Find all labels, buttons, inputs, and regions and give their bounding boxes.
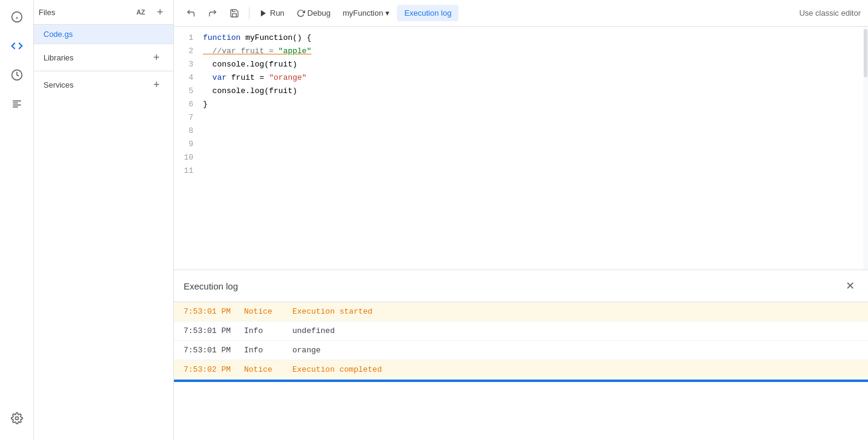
log-message-1: undefined bbox=[292, 326, 335, 335]
files-toolbar: Files AZ + bbox=[34, 0, 173, 25]
debug-button[interactable]: Debug bbox=[292, 6, 335, 20]
log-timestamp-2: 7:53:01 PM bbox=[184, 346, 244, 355]
add-library-button[interactable]: + bbox=[149, 50, 164, 65]
main-area: Run Debug myFunction ▾ Execution log Use… bbox=[174, 0, 868, 440]
editor-area[interactable]: 1 2 3 4 5 6 7 8 9 10 11 function myFunct… bbox=[174, 27, 868, 270]
code-lines: function myFunction() { //var fruit = "a… bbox=[203, 31, 868, 178]
execution-log-close-button[interactable]: ✕ bbox=[841, 277, 858, 294]
log-row-1: 7:53:01 PM Info undefined bbox=[174, 322, 868, 341]
log-level-1: Info bbox=[244, 326, 292, 335]
log-timestamp-1: 7:53:01 PM bbox=[184, 326, 244, 335]
info-icon-btn[interactable] bbox=[5, 5, 29, 29]
log-message-3: Execution completed bbox=[292, 365, 382, 374]
svg-point-8 bbox=[15, 417, 18, 420]
log-message-2: orange bbox=[292, 346, 321, 355]
code-line-7: } bbox=[203, 98, 868, 111]
log-row-3: 7:53:02 PM Notice Execution completed bbox=[174, 360, 868, 380]
execution-log-button[interactable]: Execution log bbox=[397, 5, 458, 21]
file-name: Code.gs bbox=[43, 30, 72, 39]
code-line-2: //var fruit = "apple" bbox=[203, 45, 868, 58]
save-icon bbox=[230, 8, 239, 18]
add-library-icon: + bbox=[153, 51, 160, 64]
settings-icon-btn[interactable] bbox=[5, 406, 29, 430]
sort-files-button[interactable]: AZ bbox=[132, 4, 149, 21]
undo-icon bbox=[186, 8, 196, 18]
redo-icon bbox=[208, 8, 217, 18]
code-container: 1 2 3 4 5 6 7 8 9 10 11 function myFunct… bbox=[174, 27, 868, 183]
icon-rail bbox=[0, 0, 34, 440]
log-level-2: Info bbox=[244, 346, 292, 355]
clock-icon-btn[interactable] bbox=[5, 63, 29, 87]
function-name: myFunction bbox=[342, 8, 383, 18]
svg-marker-9 bbox=[261, 10, 266, 16]
debug-label: Debug bbox=[307, 8, 330, 18]
libraries-label: Libraries bbox=[43, 53, 149, 62]
save-button[interactable] bbox=[225, 6, 244, 21]
add-service-icon: + bbox=[153, 79, 160, 91]
bottom-empty-area bbox=[174, 382, 868, 440]
code-icon-btn[interactable] bbox=[5, 34, 29, 58]
add-file-button[interactable]: + bbox=[152, 4, 169, 21]
run-button[interactable]: Run bbox=[254, 6, 289, 20]
log-icon-btn[interactable] bbox=[5, 92, 29, 116]
sort-icon: AZ bbox=[137, 8, 146, 16]
log-message-0: Execution started bbox=[292, 307, 373, 316]
function-selector[interactable]: myFunction ▾ bbox=[338, 6, 394, 20]
log-timestamp-3: 7:53:02 PM bbox=[184, 365, 244, 374]
toolbar-separator-1 bbox=[249, 7, 249, 19]
code-line-5: console.log(fruit) bbox=[203, 85, 868, 98]
execution-log-panel: Execution log ✕ 7:53:01 PM Notice Execut… bbox=[174, 270, 868, 382]
execution-log-header: Execution log ✕ bbox=[174, 270, 868, 302]
debug-icon bbox=[297, 9, 305, 18]
line-numbers: 1 2 3 4 5 6 7 8 9 10 11 bbox=[174, 31, 203, 178]
services-section-header[interactable]: Services + bbox=[34, 71, 173, 98]
code-line-1: function myFunction() { bbox=[203, 31, 868, 45]
sidebar: Files AZ + Code.gs Libraries + Services … bbox=[34, 0, 174, 440]
file-item-code-gs[interactable]: Code.gs bbox=[34, 25, 173, 44]
log-level-3: Notice bbox=[244, 365, 292, 374]
undo-button[interactable] bbox=[181, 6, 201, 21]
code-line-4: var fruit = "orange" bbox=[203, 71, 868, 85]
classic-editor-link[interactable]: Use classic editor bbox=[799, 8, 861, 18]
add-service-button[interactable]: + bbox=[149, 77, 164, 92]
log-row-2: 7:53:01 PM Info orange bbox=[174, 341, 868, 360]
files-label: Files bbox=[39, 8, 130, 17]
log-rows-container: 7:53:01 PM Notice Execution started 7:53… bbox=[174, 302, 868, 380]
log-row-0: 7:53:01 PM Notice Execution started bbox=[174, 302, 868, 322]
redo-button[interactable] bbox=[203, 6, 222, 21]
services-label: Services bbox=[43, 80, 149, 89]
editor-toolbar: Run Debug myFunction ▾ Execution log Use… bbox=[174, 0, 868, 27]
function-chevron-icon: ▾ bbox=[385, 8, 390, 18]
execution-log-title: Execution log bbox=[184, 281, 841, 291]
run-label: Run bbox=[270, 8, 285, 18]
run-icon bbox=[259, 9, 268, 18]
add-file-icon: + bbox=[157, 6, 164, 19]
libraries-section-header[interactable]: Libraries + bbox=[34, 44, 173, 71]
code-line-3: console.log(fruit) bbox=[203, 58, 868, 71]
log-timestamp-0: 7:53:01 PM bbox=[184, 307, 244, 316]
close-icon: ✕ bbox=[846, 279, 855, 293]
log-level-0: Notice bbox=[244, 307, 292, 316]
